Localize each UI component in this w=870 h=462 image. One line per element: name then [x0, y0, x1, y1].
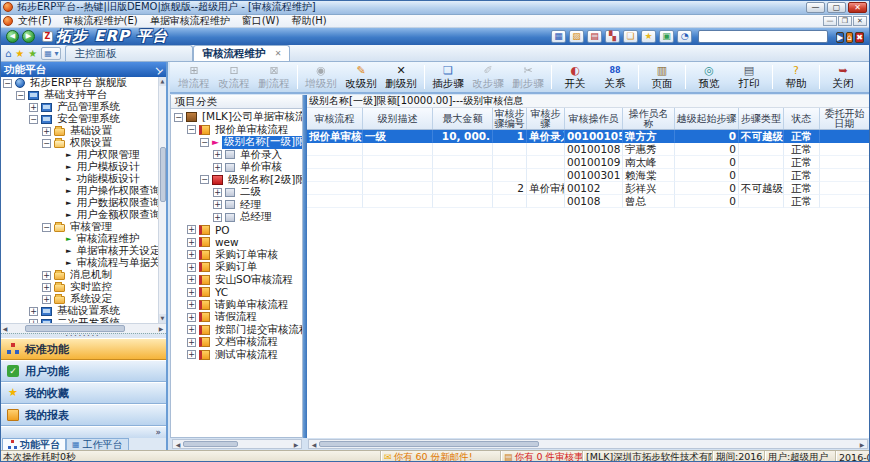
- tree-item[interactable]: +请假流程: [171, 311, 302, 324]
- tree-horizontal-scrollbar[interactable]: ◀ ▶: [0, 323, 166, 333]
- collapse-icon[interactable]: −: [187, 125, 196, 134]
- expand-icon[interactable]: +: [213, 213, 222, 222]
- scrollbar-thumb[interactable]: [319, 441, 539, 447]
- sidebar-button-standard-functions[interactable]: 标准功能: [0, 338, 166, 360]
- project-horizontal-scrollbar[interactable]: ◀ ▶: [172, 439, 302, 449]
- edit-level-button[interactable]: ✎改级别: [341, 63, 381, 92]
- page-button[interactable]: ▥页面: [642, 63, 682, 92]
- scroll-down-icon[interactable]: ▼: [159, 314, 166, 323]
- back-button[interactable]: ◀: [6, 30, 19, 43]
- go-button[interactable]: ▶: [836, 32, 844, 43]
- folder-icon[interactable]: ▨: [569, 30, 584, 43]
- table-row[interactable]: 报价单审核流程一级10, 000.1单价录入00100105弹方方0不可越级正常: [307, 130, 870, 143]
- scroll-left-icon[interactable]: ◀: [0, 325, 10, 332]
- expand-icon[interactable]: +: [187, 288, 196, 297]
- edit-step-button[interactable]: ✐改步骤: [468, 63, 508, 92]
- forward-button[interactable]: ▶: [22, 30, 35, 43]
- column-header[interactable]: 操作员名称: [623, 108, 675, 129]
- tree-item[interactable]: +基础设置系统: [0, 305, 158, 317]
- expand-icon[interactable]: +: [213, 150, 222, 159]
- table-row[interactable]: 00100108宇惠秀0正常: [307, 143, 870, 156]
- tree-item[interactable]: +按部门提交审核流程: [171, 324, 302, 337]
- table-horizontal-scrollbar[interactable]: ◀ ▶: [308, 439, 868, 449]
- edit-flow-button[interactable]: ⊡改流程: [214, 63, 254, 92]
- scrollbar-thumb[interactable]: [25, 325, 125, 332]
- tree-item[interactable]: +总经理: [171, 211, 302, 224]
- tree-item[interactable]: −►级别名称[一级]限额[100: [171, 136, 302, 149]
- tree-item[interactable]: ►功能模板设计: [0, 173, 158, 185]
- expand-icon[interactable]: +: [213, 163, 222, 172]
- print-button[interactable]: ▤打印: [729, 63, 769, 92]
- table-row[interactable]: 00108曾总0正常: [307, 195, 870, 208]
- sidebar-button-my-favorites[interactable]: ★我的收藏: [0, 382, 166, 404]
- tree-item[interactable]: +经理: [171, 199, 302, 212]
- tab-list-dropdown[interactable]: ▦ ▾: [41, 47, 61, 60]
- tree-item[interactable]: +系统设定: [0, 293, 158, 305]
- scroll-left-icon[interactable]: ◀: [173, 441, 183, 448]
- tree-item[interactable]: −审核管理: [0, 221, 158, 233]
- expand-icon[interactable]: +: [29, 103, 38, 112]
- tree-item[interactable]: ►审核流程与单据关系: [0, 257, 158, 269]
- tab-function-platform[interactable]: 功能平台: [2, 438, 66, 450]
- tree-item[interactable]: +单价审核: [171, 161, 302, 174]
- scrollbar-thumb[interactable]: [183, 441, 238, 447]
- collapse-icon[interactable]: −: [42, 139, 51, 148]
- column-header[interactable]: 越级起始步骤: [675, 108, 739, 129]
- favorite-star-icon[interactable]: ★: [15, 48, 24, 59]
- tree-item[interactable]: −基础支持平台: [0, 89, 158, 101]
- expand-icon[interactable]: +: [187, 338, 196, 347]
- tree-item[interactable]: ►审核流程维护: [0, 233, 158, 245]
- notebook-icon[interactable]: ▤: [587, 30, 602, 43]
- modules-icon[interactable]: ▦: [551, 30, 566, 43]
- screen-icon[interactable]: ▣: [659, 30, 674, 43]
- expand-icon[interactable]: +: [187, 263, 196, 272]
- expand-icon[interactable]: +: [187, 325, 196, 334]
- more-buttons-strip[interactable]: »: [0, 426, 166, 438]
- add-level-button[interactable]: ◉增级别: [301, 63, 341, 92]
- delete-flow-button[interactable]: ⊠删流程: [254, 63, 294, 92]
- pin-icon[interactable]: ⊤: [151, 63, 164, 76]
- table-row[interactable]: 00100301赖海棠0正常: [307, 169, 870, 182]
- mdi-close-button[interactable]: ✕: [853, 16, 867, 26]
- tree-item[interactable]: +请购单审核流程: [171, 299, 302, 312]
- table-row[interactable]: 2单价审核00102彭祥兴0不可越级正常: [307, 182, 870, 195]
- collapse-icon[interactable]: −: [42, 223, 51, 232]
- audit-notice[interactable]: ▤你有 0 件审核事务!: [500, 451, 582, 462]
- tree-item[interactable]: +产品管理系统: [0, 101, 158, 113]
- mdi-restore-button[interactable]: ❐: [838, 16, 852, 26]
- tree-item[interactable]: ►用户金额权限查询: [0, 209, 158, 221]
- tree-item[interactable]: −[MLK]公司单据审核流程维护: [171, 111, 302, 124]
- collapse-icon[interactable]: −: [200, 175, 209, 184]
- sidebar-button-my-reports[interactable]: 我的报表: [0, 404, 166, 426]
- quick-search-input[interactable]: [698, 30, 828, 43]
- column-header[interactable]: 审核操作员: [565, 108, 623, 129]
- insert-step-button[interactable]: ❏插步骤: [428, 63, 468, 92]
- expand-icon[interactable]: +: [187, 350, 196, 359]
- add-favorite-star-icon[interactable]: ★: [28, 48, 37, 59]
- info-icon[interactable]: ◔: [677, 30, 692, 43]
- scroll-right-icon[interactable]: ▶: [291, 441, 301, 448]
- org-chart-icon[interactable]: ▚: [605, 30, 620, 43]
- preview-button[interactable]: ◎预览: [689, 63, 729, 92]
- expand-icon[interactable]: +: [187, 250, 196, 259]
- expand-icon[interactable]: +: [213, 200, 222, 209]
- expand-icon[interactable]: +: [187, 313, 196, 322]
- column-header[interactable]: 状态: [784, 108, 820, 129]
- help-button[interactable]: ?帮助: [776, 63, 816, 92]
- close-button[interactable]: ➥关闭: [823, 63, 863, 92]
- folder-add-icon[interactable]: ❏: [623, 30, 638, 43]
- collapse-icon[interactable]: −: [3, 79, 12, 88]
- relation-button[interactable]: 88关系: [595, 63, 635, 92]
- expand-icon[interactable]: +: [42, 295, 51, 304]
- close-button[interactable]: ✕: [848, 2, 867, 13]
- column-header[interactable]: 审核流程: [307, 108, 363, 129]
- expand-icon[interactable]: +: [187, 300, 196, 309]
- tree-item[interactable]: +采购订单审核: [171, 249, 302, 262]
- tree-item[interactable]: ►用户操作权限查询: [0, 185, 158, 197]
- table-row[interactable]: 00100109南太峰0正常: [307, 156, 870, 169]
- switch-button[interactable]: ◐开关: [555, 63, 595, 92]
- tree-item[interactable]: −报价单审核流程: [171, 124, 302, 137]
- tab-main-panel[interactable]: 主控面板: [65, 45, 193, 61]
- collapse-icon[interactable]: −: [16, 91, 25, 100]
- exit-button[interactable]: ✖: [855, 32, 864, 43]
